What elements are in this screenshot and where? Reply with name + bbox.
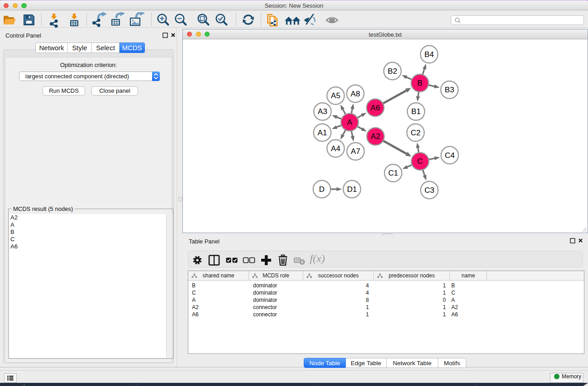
- svg-text:C2: C2: [411, 129, 421, 137]
- svg-text:B3: B3: [445, 86, 454, 94]
- svg-text:B4: B4: [425, 50, 434, 59]
- svg-text:A7: A7: [351, 147, 360, 156]
- svg-text:C4: C4: [445, 151, 455, 160]
- svg-text:A: A: [347, 118, 353, 127]
- svg-text:A3: A3: [318, 107, 327, 116]
- svg-text:A2: A2: [371, 132, 380, 141]
- svg-text:B: B: [417, 79, 422, 87]
- svg-text:B1: B1: [411, 107, 421, 116]
- svg-text:B2: B2: [388, 67, 397, 76]
- svg-text:D: D: [319, 185, 325, 194]
- svg-text:D1: D1: [347, 185, 357, 194]
- svg-text:A5: A5: [331, 91, 340, 100]
- svg-text:C3: C3: [425, 186, 435, 195]
- svg-text:A8: A8: [351, 90, 360, 98]
- svg-text:C: C: [417, 157, 423, 166]
- svg-text:A1: A1: [318, 129, 327, 137]
- svg-text:A6: A6: [371, 104, 380, 112]
- svg-text:A4: A4: [331, 144, 340, 153]
- svg-text:C1: C1: [388, 169, 398, 177]
